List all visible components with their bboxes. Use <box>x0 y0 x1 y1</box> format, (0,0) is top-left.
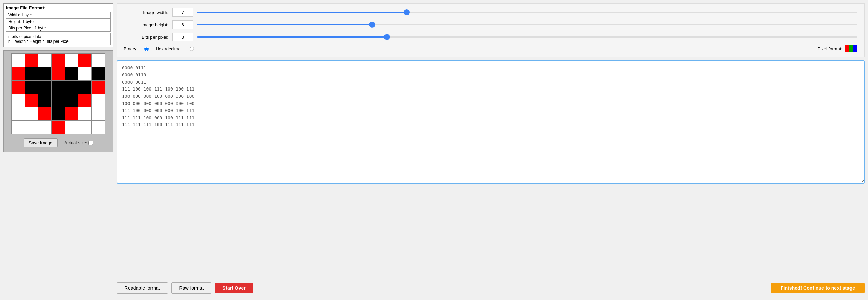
pixel-note-line2: n = Width * Height * Bits per Pixel <box>8 39 108 44</box>
right-panel: Image width: Image height: Bits per pixe… <box>117 3 865 297</box>
binary-radio[interactable] <box>144 47 149 51</box>
pixel-cell[interactable] <box>38 94 51 107</box>
hex-radio-group <box>190 47 194 51</box>
pixel-cell[interactable] <box>12 94 25 107</box>
pixel-cell[interactable] <box>12 67 25 80</box>
width-label: Image width: <box>124 10 168 15</box>
pixel-format-swatch <box>845 45 857 52</box>
left-panel: Image File Format: Width: 1 byte Height:… <box>3 3 113 297</box>
pixel-cell[interactable] <box>38 107 51 120</box>
pixel-cell[interactable] <box>12 54 25 67</box>
pixel-format-right: Pixel format: <box>818 45 857 52</box>
pixel-note: n bits of pixel data n = Width * Height … <box>6 33 111 45</box>
bottom-buttons: Readable format Raw format Start Over Fi… <box>117 279 865 297</box>
pixel-cell[interactable] <box>12 121 25 134</box>
swatch-green <box>849 45 853 52</box>
pixel-cell[interactable] <box>25 54 38 67</box>
bpp-label: Bits per pixel: <box>124 35 168 40</box>
pixel-cell[interactable] <box>25 81 38 94</box>
format-row-bpp: Bits per Pixel: 1 byte <box>6 25 111 32</box>
finish-button[interactable]: Finished! Continue to next stage <box>771 283 865 293</box>
format-title: Image File Format: <box>6 5 111 10</box>
pixel-cell[interactable] <box>78 107 91 120</box>
height-value-input[interactable] <box>172 20 193 29</box>
pixel-note-line1: n bits of pixel data <box>8 34 108 39</box>
hex-radio[interactable] <box>190 47 194 51</box>
width-slider[interactable] <box>197 12 857 13</box>
bpp-slider[interactable] <box>197 36 857 38</box>
width-value-input[interactable] <box>172 8 193 17</box>
raw-format-button[interactable]: Raw format <box>171 282 212 294</box>
pixel-cell[interactable] <box>38 121 51 134</box>
format-row-height: Height: 1 byte <box>6 19 111 25</box>
pixel-cell[interactable] <box>12 107 25 120</box>
width-control-row: Image width: <box>124 8 857 17</box>
actual-size-label: Actual size: <box>64 140 93 145</box>
width-slider-container <box>197 12 857 13</box>
pixel-cell[interactable] <box>38 67 51 80</box>
pixel-cell[interactable] <box>78 94 91 107</box>
pixel-cell[interactable] <box>65 121 78 134</box>
image-canvas-container: Save Image Actual size: <box>3 50 113 152</box>
pixel-format-label: Pixel format: <box>818 46 842 51</box>
pixel-cell[interactable] <box>52 54 65 67</box>
pixel-cell[interactable] <box>78 67 91 80</box>
image-file-format-box: Image File Format: Width: 1 byte Height:… <box>3 3 113 47</box>
pixel-cell[interactable] <box>92 107 105 120</box>
format-table: Width: 1 byte Height: 1 byte Bits per Pi… <box>6 12 111 32</box>
format-row-width: Width: 1 byte <box>6 12 111 19</box>
controls-section: Image width: Image height: Bits per pixe… <box>117 3 865 57</box>
height-control-row: Image height: <box>124 20 857 29</box>
textarea-section <box>117 60 865 276</box>
pixel-cell[interactable] <box>52 94 65 107</box>
binary-label: Binary: <box>124 46 137 51</box>
height-label: Image height: <box>124 22 168 27</box>
pixel-cell[interactable] <box>12 81 25 94</box>
save-row: Save Image Actual size: <box>24 137 93 149</box>
readable-format-button[interactable]: Readable format <box>117 282 168 294</box>
data-textarea[interactable] <box>117 60 865 184</box>
bpp-slider-container <box>197 36 857 38</box>
pixel-cell[interactable] <box>78 121 91 134</box>
pixel-cell[interactable] <box>52 67 65 80</box>
bpp-control-row: Bits per pixel: <box>124 33 857 41</box>
pixel-cell[interactable] <box>65 94 78 107</box>
pixel-cell[interactable] <box>52 107 65 120</box>
save-image-button[interactable]: Save Image <box>24 138 58 147</box>
pixel-cell[interactable] <box>92 121 105 134</box>
pixel-cell[interactable] <box>65 54 78 67</box>
binary-radio-group <box>144 47 149 51</box>
pixel-cell[interactable] <box>92 81 105 94</box>
actual-size-text: Actual size: <box>64 140 87 145</box>
pixel-cell[interactable] <box>52 81 65 94</box>
pixel-cell[interactable] <box>25 94 38 107</box>
pixel-cell[interactable] <box>25 107 38 120</box>
pixel-cell[interactable] <box>25 67 38 80</box>
pixel-cell[interactable] <box>92 54 105 67</box>
actual-size-checkbox[interactable] <box>88 141 93 145</box>
hex-label: Hexadecimal: <box>156 46 183 51</box>
pixel-grid[interactable] <box>11 53 105 134</box>
swatch-red <box>845 45 849 52</box>
binary-hex-row: Binary: Hexadecimal: Pixel format: <box>124 45 857 52</box>
pixel-cell[interactable] <box>92 94 105 107</box>
pixel-cell[interactable] <box>38 54 51 67</box>
pixel-cell[interactable] <box>52 121 65 134</box>
bpp-value-input[interactable] <box>172 33 193 41</box>
pixel-cell[interactable] <box>65 67 78 80</box>
pixel-cell[interactable] <box>38 81 51 94</box>
pixel-cell[interactable] <box>25 121 38 134</box>
pixel-cell[interactable] <box>78 81 91 94</box>
height-slider-container <box>197 24 857 25</box>
pixel-cell[interactable] <box>65 81 78 94</box>
pixel-cell[interactable] <box>78 54 91 67</box>
pixel-cell[interactable] <box>65 107 78 120</box>
height-slider[interactable] <box>197 24 857 25</box>
pixel-cell[interactable] <box>92 67 105 80</box>
start-over-button[interactable]: Start Over <box>215 283 253 293</box>
swatch-blue <box>853 45 857 52</box>
